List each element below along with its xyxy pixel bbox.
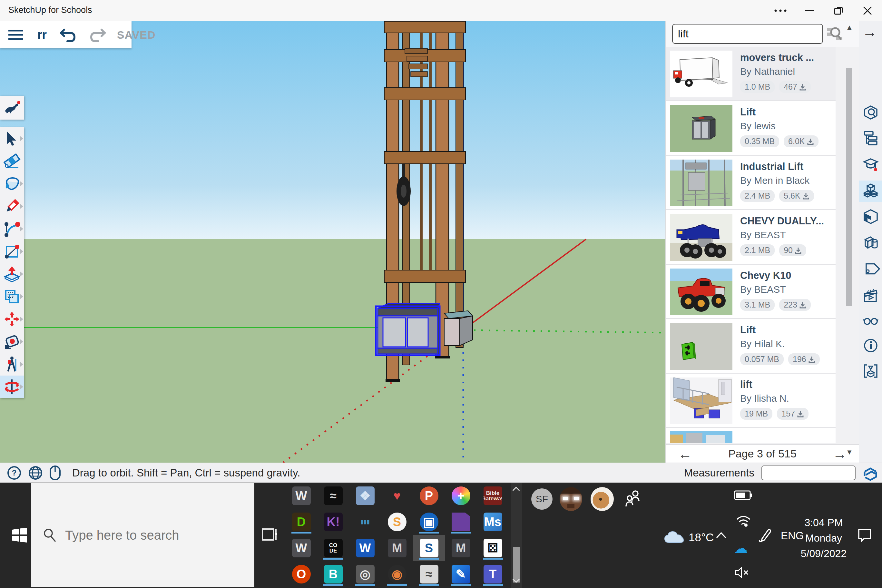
redo-button[interactable] [89, 28, 106, 42]
app-abc[interactable]: ≈ [317, 483, 349, 509]
weather-cloud-icon[interactable] [664, 530, 684, 544]
model-viewport[interactable] [0, 21, 665, 463]
warehouse-item-lift-hilal[interactable]: Lift By Hilal K. 0.057 MB 196 [666, 319, 836, 374]
item-author[interactable]: By BEAST [740, 230, 824, 240]
materials-icon[interactable] [863, 209, 878, 224]
warehouse-item-partial[interactable] [666, 428, 836, 443]
minimize-button[interactable] [795, 0, 824, 21]
paint-bucket-tool[interactable] [0, 172, 24, 195]
avatar-sf[interactable]: SF [531, 488, 552, 510]
app-powerpoint[interactable]: P [413, 483, 445, 509]
app-g-disc[interactable]: ◉ [381, 561, 413, 587]
app-robot[interactable]: ▣ [413, 509, 445, 535]
prev-page-button[interactable]: ← [666, 446, 704, 462]
restore-button[interactable] [824, 0, 853, 21]
app-code-org[interactable]: CO DE [317, 535, 349, 561]
item-author[interactable]: By lewis [740, 121, 819, 132]
item-title[interactable]: lift [740, 379, 808, 390]
pen-icon[interactable] [758, 528, 771, 543]
app-purple-doc[interactable] [445, 509, 477, 535]
tape-measure-tool[interactable] [0, 330, 24, 353]
item-title[interactable]: Industrial Lift [740, 161, 814, 172]
pencil-tool[interactable] [0, 195, 24, 218]
move-tool[interactable] [0, 308, 24, 330]
app-b-teal[interactable]: B [317, 561, 349, 587]
components-icon[interactable] [863, 183, 878, 198]
item-author[interactable]: By Hilal K. [740, 339, 820, 350]
app-bible-gateway[interactable]: Bible Gateway [477, 483, 509, 509]
display-glasses-icon[interactable] [863, 313, 878, 328]
entity-info-icon[interactable] [863, 105, 878, 120]
app-w-tile[interactable]: W [285, 483, 317, 509]
push-pull-tool[interactable] [0, 263, 24, 285]
hamburger-menu-icon[interactable] [8, 29, 23, 40]
volume-muted-icon[interactable] [735, 567, 750, 578]
taskbar-search-input[interactable] [65, 528, 246, 543]
collapse-panel-arrow[interactable]: → [862, 23, 877, 40]
avatar-herobrine[interactable] [560, 487, 582, 511]
warehouse-item-chevy-dually[interactable]: CHEVY DUALLY... By BEAST 2.1 MB 90 [666, 210, 836, 265]
item-author[interactable]: By BEAST [740, 284, 811, 295]
scroll-up-arrow[interactable]: ▲ [846, 23, 853, 32]
import-model-icon[interactable] [863, 364, 878, 378]
app-w-tile-2[interactable]: W [285, 535, 317, 561]
walk-tool[interactable] [0, 353, 24, 375]
item-title[interactable]: Lift [740, 106, 819, 118]
notification-center-icon[interactable] [858, 528, 872, 543]
mouse-icon[interactable] [50, 465, 61, 480]
tray-chevron-up-icon[interactable] [716, 532, 727, 538]
app-heart[interactable]: ♥ [381, 483, 413, 509]
app-m-tile-2[interactable]: M [445, 535, 477, 561]
measurements-input[interactable] [761, 465, 856, 480]
avatar-puppy[interactable] [591, 487, 614, 511]
app-whiteboard[interactable]: ✎ [445, 561, 477, 587]
app-scratch[interactable]: S [381, 509, 413, 535]
warehouse-search-input[interactable] [672, 24, 823, 44]
app-d-green[interactable]: D [285, 509, 317, 535]
warehouse-item-industrial-lift[interactable]: Industrial Lift By Men in Black 2.4 MB 5… [666, 156, 836, 210]
taskbar-scrollbar[interactable] [511, 483, 522, 588]
warehouse-scrollbar[interactable]: ▲ ▼ [845, 21, 854, 463]
instructor-icon[interactable] [863, 157, 878, 172]
app-m-tile[interactable]: M [381, 535, 413, 561]
warehouse-item-movers-truck[interactable]: movers truck ... By Nathaniel 1.0 MB 467 [666, 47, 836, 101]
app-word[interactable]: W [349, 535, 381, 561]
task-view-icon[interactable] [262, 527, 280, 543]
taskbar-search[interactable] [31, 483, 254, 587]
app-teams[interactable]: T [477, 561, 509, 587]
start-button[interactable] [12, 528, 27, 543]
scrollbar-thumb[interactable] [846, 68, 852, 306]
warehouse-item-chevy-k10[interactable]: Chevy K10 By BEAST 3.1 MB 223 [666, 265, 836, 319]
more-menu-button[interactable] [766, 0, 795, 21]
orbit-tool[interactable] [0, 375, 24, 398]
offset-tool[interactable] [0, 285, 24, 308]
globe-icon[interactable] [28, 466, 42, 480]
item-title[interactable]: movers truck ... [740, 52, 814, 63]
warehouse-item-lift-lewis[interactable]: Lift By lewis 0.35 MB 6.0K [666, 101, 836, 156]
styles-icon[interactable] [863, 235, 878, 250]
warehouse-item-lift-ilisha[interactable]: lift By Ilisha N. 19 MB 157 [666, 374, 836, 428]
item-author[interactable]: By Men in Black [740, 175, 814, 186]
app-sketchup[interactable]: S [413, 535, 445, 561]
tray-clock[interactable]: 3:04 PM Monday 5/09/2022 [800, 515, 848, 561]
model-info-icon[interactable] [863, 338, 878, 353]
scroll-down-arrow[interactable]: ▼ [846, 448, 853, 456]
help-icon[interactable]: ? [7, 466, 21, 480]
outliner-icon[interactable] [863, 130, 878, 146]
people-icon[interactable] [626, 490, 642, 508]
file-name[interactable]: rr [38, 28, 47, 42]
dog-tool-button[interactable] [0, 96, 24, 120]
close-button[interactable] [853, 0, 882, 21]
wifi-icon[interactable] [736, 516, 750, 527]
app-camera[interactable]: ◎ [349, 561, 381, 587]
search-icon[interactable] [826, 26, 843, 42]
taskbar-scroll-up[interactable] [513, 487, 520, 494]
app-plus-circle[interactable]: + [445, 483, 477, 509]
app-mathspace[interactable]: Ms [477, 509, 509, 535]
weather-temp[interactable]: 18°C [688, 531, 714, 544]
app-dice[interactable]: ⚄ [477, 535, 509, 561]
select-tool[interactable] [0, 128, 24, 150]
item-author[interactable]: By Ilisha N. [740, 393, 808, 404]
undo-button[interactable] [60, 28, 76, 42]
onedrive-icon[interactable]: ☁ [734, 540, 748, 556]
